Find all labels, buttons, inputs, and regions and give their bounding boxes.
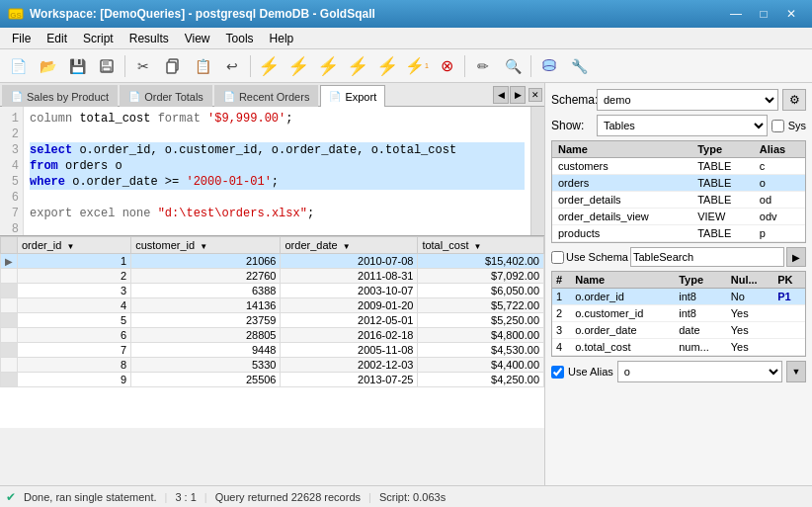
menu-script[interactable]: Script: [75, 30, 122, 47]
col-detail-row[interactable]: 1 o.order_id int8 No P1: [552, 289, 805, 305]
minimize-btn[interactable]: —: [723, 4, 749, 24]
schema-cell-alias: o: [754, 175, 805, 192]
tab-export[interactable]: 📄 Export: [320, 85, 385, 107]
save-as-btn[interactable]: [93, 52, 121, 80]
col-order_id[interactable]: order_id ▼: [18, 237, 131, 254]
tab-next-btn[interactable]: ▶: [510, 86, 526, 104]
menu-results[interactable]: Results: [122, 30, 177, 47]
table-row[interactable]: 6 28805 2016-02-18 $4,800.00: [1, 328, 544, 343]
col-indicator: [1, 237, 18, 254]
schema-table-wrapper: Name Type Alias customers TABLE corders …: [551, 140, 806, 243]
col-detail-row[interactable]: 4 o.total_cost num... Yes: [552, 339, 805, 356]
table-row[interactable]: 3 6388 2003-10-07 $6,050.00: [1, 284, 544, 298]
col-total_cost[interactable]: total_cost ▼: [418, 237, 544, 254]
code-content[interactable]: column total_cost format '$9,999.00'; se…: [24, 107, 530, 235]
menu-help[interactable]: Help: [262, 30, 302, 47]
find-btn[interactable]: 🔍: [499, 52, 527, 80]
cd-col-num: #: [552, 272, 571, 289]
table-row[interactable]: 4 14136 2009-01-20 $5,722.00: [1, 298, 544, 313]
schema-table-row[interactable]: order_details_view VIEW odv: [552, 209, 805, 225]
status-sep3: |: [368, 491, 371, 503]
table-row[interactable]: 2 22760 2011-08-31 $7,092.00: [1, 269, 544, 284]
cell-order-id: 9: [18, 373, 131, 387]
tab-close-btn[interactable]: ✕: [528, 88, 542, 102]
alias-select[interactable]: o: [617, 361, 782, 382]
use-schema-checkbox[interactable]: [551, 251, 564, 264]
use-alias-checkbox[interactable]: [551, 366, 564, 379]
schema-table-row[interactable]: customers TABLE c: [552, 158, 805, 175]
results-panel[interactable]: order_id ▼ customer_id ▼ order_date ▼ to…: [0, 235, 544, 428]
tools2-btn[interactable]: 🔧: [565, 52, 593, 80]
cd-cell-num: 1: [552, 289, 571, 305]
db-btn[interactable]: [535, 52, 563, 80]
cell-total-cost: $4,250.00: [418, 373, 544, 387]
tablesearch-go-btn[interactable]: ▶: [786, 247, 806, 267]
table-row[interactable]: ▶ 1 21066 2010-07-08 $15,402.00: [1, 254, 544, 269]
cell-customer-id: 14136: [131, 298, 281, 313]
new-file-btn[interactable]: 📄: [4, 52, 32, 80]
schema-cell-type: TABLE: [691, 192, 754, 209]
col-customer_id[interactable]: customer_id ▼: [131, 237, 281, 254]
table-row[interactable]: 7 9448 2005-11-08 $4,530.00: [1, 343, 544, 358]
edit-pen-btn[interactable]: ✏: [469, 52, 497, 80]
tab-recent-orders[interactable]: 📄 Recent Orders: [214, 85, 319, 107]
open-btn[interactable]: 📂: [34, 52, 61, 80]
run6-btn[interactable]: ⚡1: [403, 52, 431, 80]
copy-btn[interactable]: [159, 52, 187, 80]
stop-btn[interactable]: ⊗: [433, 52, 460, 80]
status-message: Done, ran single statement.: [24, 491, 157, 503]
sep4: [530, 55, 531, 77]
editor-scrollbar[interactable]: [530, 107, 544, 235]
status-bar: ✔ Done, ran single statement. | 3 : 1 | …: [0, 485, 812, 507]
cell-total-cost: $6,050.00: [418, 284, 544, 298]
paste-btn[interactable]: 📋: [189, 52, 216, 80]
schema-table-row[interactable]: products TABLE p: [552, 225, 805, 242]
tab-prev-btn[interactable]: ◀: [493, 86, 509, 104]
schema-table-row[interactable]: order_details TABLE od: [552, 192, 805, 209]
run1-btn[interactable]: ⚡: [255, 52, 283, 80]
code-line-4: from orders o: [30, 158, 525, 174]
table-row[interactable]: 5 23759 2012-05-01 $5,250.00: [1, 313, 544, 328]
schema-cell-alias: p: [754, 225, 805, 242]
schema-col-name: Name: [552, 141, 691, 158]
alias-dropdown-btn[interactable]: ▼: [786, 361, 806, 382]
code-editor[interactable]: 1 2 3 4 5 6 7 8 column total_cost format…: [0, 107, 544, 235]
run4-btn[interactable]: ⚡: [344, 52, 371, 80]
cell-order-date: 2012-05-01: [281, 313, 418, 328]
tablesearch-input[interactable]: [630, 247, 784, 267]
close-btn[interactable]: ✕: [778, 4, 804, 24]
schema-table-row[interactable]: orders TABLE o: [552, 175, 805, 192]
maximize-btn[interactable]: □: [751, 4, 776, 24]
run5-btn[interactable]: ⚡: [373, 52, 401, 80]
sys-label: Sys: [788, 120, 806, 131]
code-line-8: [30, 221, 525, 235]
cd-cell-type: num...: [675, 339, 727, 356]
run3-btn[interactable]: ⚡: [314, 52, 342, 80]
cell-order-date: 2013-07-25: [281, 373, 418, 387]
alias-row: Use Alias o ▼: [551, 361, 806, 382]
menu-tools[interactable]: Tools: [218, 30, 262, 47]
col-detail-row[interactable]: 3 o.order_date date Yes: [552, 322, 805, 339]
table-row[interactable]: 9 25506 2013-07-25 $4,250.00: [1, 373, 544, 387]
schema-select[interactable]: demo: [597, 89, 778, 111]
col-order_date[interactable]: order_date ▼: [281, 237, 418, 254]
row-indicator: [1, 343, 18, 358]
table-row[interactable]: 8 5330 2002-12-03 $4,400.00: [1, 358, 544, 373]
menu-edit[interactable]: Edit: [39, 30, 75, 47]
run2-btn[interactable]: ⚡: [284, 52, 312, 80]
tab-sales-by-product[interactable]: 📄 Sales by Product: [2, 85, 118, 107]
cd-cell-num: 2: [552, 305, 571, 322]
menu-file[interactable]: File: [4, 30, 39, 47]
schema-cell-name: customers: [552, 158, 691, 175]
schema-gear-btn[interactable]: ⚙: [782, 89, 806, 111]
status-sep1: |: [165, 491, 168, 503]
cd-cell-num: 4: [552, 339, 571, 356]
save-btn[interactable]: 💾: [63, 52, 91, 80]
tab-order-totals[interactable]: 📄 Order Totals: [120, 85, 212, 107]
col-detail-row[interactable]: 2 o.customer_id int8 Yes: [552, 305, 805, 322]
cut-btn[interactable]: ✂: [129, 52, 157, 80]
sys-checkbox[interactable]: [771, 120, 784, 132]
show-select[interactable]: Tables: [597, 115, 768, 136]
menu-view[interactable]: View: [177, 30, 218, 47]
undo-btn[interactable]: ↩: [218, 52, 246, 80]
